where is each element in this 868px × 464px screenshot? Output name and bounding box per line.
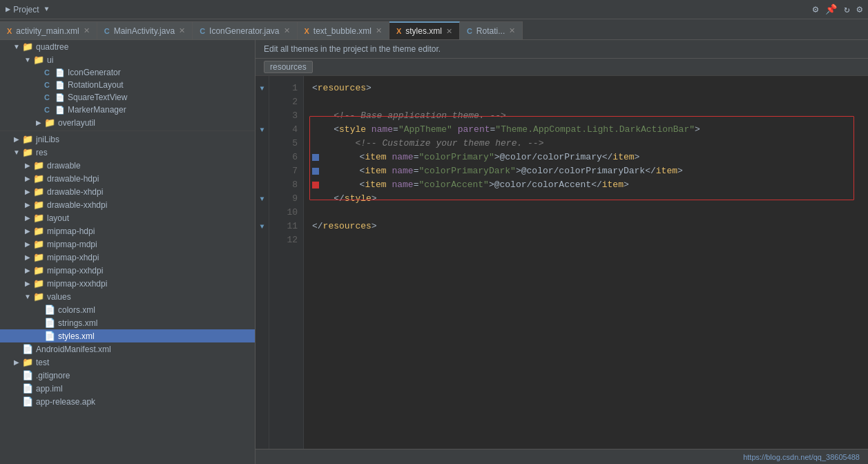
tab-close-icon[interactable]: ✕ <box>284 26 290 35</box>
tree-item-icongenerator[interactable]: C 📄 IconGenerator <box>0 66 255 79</box>
tab-text-bubble[interactable]: X text_bubble.xml ✕ <box>298 21 389 39</box>
fold-arrow-1: ▼ <box>260 85 264 93</box>
gutter-line-11: ▼ <box>255 220 269 233</box>
info-message: Edit all themes in the project in the th… <box>264 44 441 54</box>
tree-item-quadtree[interactable]: ▼ 📁 quadtree <box>0 40 255 53</box>
gutter-line-2 <box>255 95 269 109</box>
gutter-line-7 <box>255 164 269 178</box>
breadcrumb-resources[interactable]: resources <box>264 61 313 73</box>
tree-item-test[interactable]: ▶ 📁 test <box>0 356 255 369</box>
fold-arrow-9: ▼ <box>260 195 264 203</box>
breakpoint-red-8 <box>312 182 319 188</box>
line-numbers: 1 2 3 4 5 6 7 8 9 10 11 12 <box>269 76 304 449</box>
tab-label: IconGenerator.java <box>209 26 279 36</box>
tree-item-app-release-apk[interactable]: 📄 app-release.apk <box>0 395 255 408</box>
breadcrumb-bar: resources <box>255 59 868 76</box>
project-icon: ▶ <box>6 4 10 14</box>
code-line-5: <!-- Customize your theme here. --> <box>312 137 860 151</box>
tabs-bar: X activity_main.xml ✕ C MainActivity.jav… <box>0 19 868 40</box>
tab-close-icon[interactable]: ✕ <box>509 26 515 35</box>
tab-label: Rotati... <box>476 26 505 36</box>
gutter-line-9: ▼ <box>255 192 269 206</box>
gutter-area: ▼ ▼ ▼ ▼ <box>255 76 269 449</box>
tree-item-layout[interactable]: ▶ 📁 layout <box>0 211 255 224</box>
tree-item-drawable-xxhdpi[interactable]: ▶ 📁 drawable-xxhdpi <box>0 198 255 211</box>
tree-item-mipmap-xhdpi[interactable]: ▶ 📁 mipmap-xhdpi <box>0 251 255 264</box>
tab-close-icon[interactable]: ✕ <box>84 26 90 35</box>
gutter-line-5 <box>255 137 269 151</box>
tab-close-icon[interactable]: ✕ <box>376 26 382 35</box>
code-line-12 <box>312 233 860 247</box>
tab-xml-icon: X <box>396 27 401 35</box>
tab-close-icon[interactable]: ✕ <box>446 27 452 36</box>
code-container: ▼ ▼ ▼ ▼ <box>255 76 868 449</box>
info-bar: Edit all themes in the project in the th… <box>255 40 868 59</box>
sync-icon[interactable]: ↻ <box>844 3 849 15</box>
tab-label: styles.xml <box>405 26 442 36</box>
gutter-line-4: ▼ <box>255 123 269 137</box>
tab-xml-icon: X <box>305 27 309 35</box>
tree-item-androidmanifest[interactable]: 📄 AndroidManifest.xml <box>0 342 255 356</box>
gutter-line-8 <box>255 178 269 192</box>
code-line-6: <item name="colorPrimary">@color/colorPr… <box>312 151 860 164</box>
tree-item-rotationlayout[interactable]: C 📄 RotationLayout <box>0 79 255 91</box>
tree-item-drawable-hdpi[interactable]: ▶ 📁 drawable-hdpi <box>0 172 255 185</box>
tab-activity-main[interactable]: X activity_main.xml ✕ <box>0 21 97 39</box>
gutter-line-1: ▼ <box>255 81 269 95</box>
pin-icon[interactable]: 📌 <box>825 3 837 15</box>
tree-item-drawable[interactable]: ▶ 📁 drawable <box>0 159 255 172</box>
gutter-line-12 <box>255 233 269 247</box>
code-line-1: <resources> <box>312 81 860 95</box>
tree-item-mipmap-xxhdpi[interactable]: ▶ 📁 mipmap-xxhdpi <box>0 264 255 277</box>
code-line-9: </style> <box>312 192 860 206</box>
tab-label: activity_main.xml <box>16 26 79 36</box>
tree-item-mipmap-mdpi[interactable]: ▶ 📁 mipmap-mdpi <box>0 238 255 251</box>
bottom-bar: https://blog.csdn.net/qq_38605488 <box>255 449 868 464</box>
fold-arrow-4: ▼ <box>260 126 264 134</box>
tree-item-drawable-xhdpi[interactable]: ▶ 📁 drawable-xhdpi <box>0 185 255 198</box>
title-label: Project <box>13 5 39 14</box>
tab-icongenerator[interactable]: C IconGenerator.java ✕ <box>193 21 297 39</box>
tab-rotation[interactable]: C Rotati... ✕ <box>460 21 523 39</box>
fold-arrow-11: ▼ <box>260 223 264 231</box>
breakpoint-blue-6 <box>312 154 319 161</box>
tab-styles[interactable]: X styles.xml ✕ <box>389 21 460 39</box>
tree-item-mipmap-xxxhdpi[interactable]: ▶ 📁 mipmap-xxxhdpi <box>0 277 255 290</box>
tree-item-app-iml[interactable]: 📄 app.iml <box>0 382 255 395</box>
code-line-2 <box>312 95 860 109</box>
tree-item-overlayutil[interactable]: ▶ 📁 overlayutil <box>0 116 255 129</box>
code-line-11: </resources> <box>312 220 860 233</box>
tree-item-strings-xml[interactable]: 📄 strings.xml <box>0 316 255 329</box>
title-bar: ▶ Project ▼ ⚙ 📌 ↻ ⚙ <box>0 0 868 19</box>
tree-item-styles-xml[interactable]: 📄 styles.xml <box>0 329 255 342</box>
tab-java-icon: C <box>200 27 205 35</box>
gutter-line-3 <box>255 109 269 123</box>
tree-item-colors-xml[interactable]: 📄 colors.xml <box>0 303 255 316</box>
tab-mainactivity[interactable]: C MainActivity.java ✕ <box>97 21 193 39</box>
tree-item-values[interactable]: ▼ 📁 values <box>0 290 255 303</box>
tab-label: MainActivity.java <box>114 26 175 36</box>
tree-item-res[interactable]: ▼ 📁 res <box>0 146 255 159</box>
main-layout: ▼ 📁 quadtree ▼ 📁 ui C 📄 IconGenerator C … <box>0 40 868 464</box>
breakpoint-blue-7 <box>312 168 319 175</box>
code-line-8: <item name="colorAccent">@color/colorAcc… <box>312 178 860 192</box>
dropdown-arrow[interactable]: ▼ <box>45 6 49 13</box>
editor-area: Edit all themes in the project in the th… <box>255 40 868 464</box>
gear-icon[interactable]: ⚙ <box>857 3 862 15</box>
tab-close-icon[interactable]: ✕ <box>179 26 185 35</box>
code-line-10 <box>312 206 860 220</box>
gutter-line-6 <box>255 151 269 164</box>
settings-icon[interactable]: ⚙ <box>813 3 818 15</box>
tree-item-gitignore[interactable]: 📄 .gitignore <box>0 369 255 382</box>
tree-item-markermanager[interactable]: C 📄 MarkerManager <box>0 104 255 116</box>
tree-item-mipmap-hdpi[interactable]: ▶ 📁 mipmap-hdpi <box>0 224 255 238</box>
tree-item-ui[interactable]: ▼ 📁 ui <box>0 53 255 66</box>
tree-item-jnilibs[interactable]: ▶ 📁 jniLibs <box>0 133 255 146</box>
tab-java-icon: C <box>104 27 110 35</box>
tree-item-squaretextview[interactable]: C 📄 SquareTextView <box>0 91 255 104</box>
gutter-line-10 <box>255 206 269 220</box>
tab-java-icon: C <box>467 27 472 35</box>
code-line-4: <style name="AppTheme" parent="Theme.App… <box>312 123 860 137</box>
code-line-7: <item name="colorPrimaryDark">@color/col… <box>312 164 860 178</box>
tab-label: text_bubble.xml <box>314 26 372 36</box>
